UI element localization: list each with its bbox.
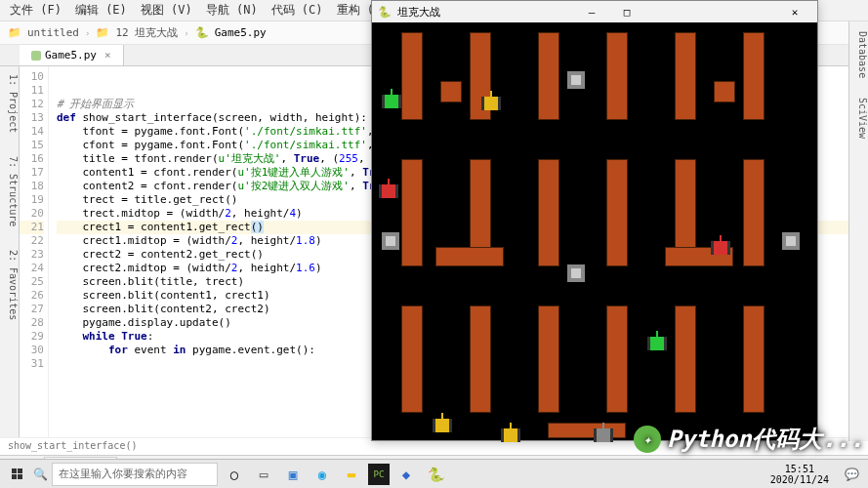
- svg-rect-11: [395, 184, 398, 198]
- svg-rect-13: [720, 235, 722, 243]
- close-button[interactable]: ✕: [778, 6, 811, 19]
- svg-rect-29: [441, 413, 443, 421]
- svg-rect-28: [434, 419, 450, 432]
- menu-nav[interactable]: 导航 (N): [200, 0, 264, 20]
- taskbar-search[interactable]: 在这里输入你要搜索的内容: [52, 463, 218, 486]
- game-titlebar[interactable]: 🐍 坦克大战 — □ ✕: [372, 1, 817, 22]
- svg-rect-12: [713, 241, 728, 255]
- game-title: 坦克大战: [397, 5, 440, 20]
- maximize-button[interactable]: □: [612, 6, 641, 19]
- python-icon[interactable]: 🐍: [423, 462, 448, 487]
- pygame-icon: 🐍: [378, 6, 392, 19]
- explorer-icon[interactable]: ▬: [339, 462, 364, 487]
- project-tool[interactable]: 1: Project: [0, 74, 19, 133]
- search-icon: 🔍: [33, 468, 48, 481]
- menu-code[interactable]: 代码 (C): [266, 0, 329, 20]
- close-icon[interactable]: ×: [104, 49, 111, 61]
- svg-rect-7: [498, 97, 501, 110]
- svg-rect-25: [602, 423, 604, 430]
- tab-game5[interactable]: Game5.py ×: [20, 45, 124, 65]
- clock-date: 2020/11/24: [770, 474, 829, 485]
- svg-rect-15: [727, 241, 730, 255]
- crumb-2[interactable]: 12 坦克大战: [115, 25, 178, 40]
- tab-label: Game5.py: [45, 49, 97, 61]
- python-file-icon: [31, 51, 41, 61]
- notification-icon[interactable]: 💬: [839, 462, 864, 487]
- svg-rect-5: [490, 91, 492, 99]
- svg-rect-4: [483, 97, 499, 110]
- svg-rect-0: [384, 95, 399, 108]
- edge-icon[interactable]: ◉: [310, 462, 335, 487]
- pycharm-icon[interactable]: PC: [368, 464, 390, 485]
- right-tool-rail: Database SciView: [848, 21, 868, 441]
- crumb-3[interactable]: Game5.py: [215, 26, 267, 39]
- svg-rect-19: [664, 337, 667, 350]
- svg-rect-21: [510, 423, 512, 430]
- taskview-icon[interactable]: ▭: [251, 462, 276, 487]
- svg-rect-24: [596, 428, 611, 442]
- database-tool[interactable]: Database: [849, 31, 868, 78]
- system-clock[interactable]: 15:51 2020/11/24: [765, 462, 835, 487]
- line-gutter: 1011121314151617181920212223242526272829…: [20, 66, 49, 437]
- svg-rect-23: [517, 428, 520, 442]
- structure-tool[interactable]: 7: Structure: [0, 156, 19, 226]
- svg-rect-9: [388, 179, 390, 186]
- svg-rect-18: [647, 337, 650, 350]
- cortana-icon[interactable]: ○: [222, 462, 247, 487]
- taskbar-app-icon[interactable]: ▣: [280, 462, 306, 487]
- svg-rect-1: [391, 89, 393, 97]
- watermark-text: Python代码大...: [667, 424, 864, 455]
- svg-rect-22: [501, 428, 504, 442]
- svg-rect-14: [711, 241, 714, 255]
- crumb-1[interactable]: untitled: [27, 26, 79, 39]
- svg-rect-6: [481, 97, 484, 110]
- svg-rect-10: [379, 184, 382, 198]
- wechat-icon: ✦: [634, 426, 661, 453]
- svg-rect-26: [594, 428, 597, 442]
- menu-file[interactable]: 文件 (F): [4, 0, 67, 20]
- game-window: 🐍 坦克大战 — □ ✕: [371, 0, 818, 441]
- svg-rect-2: [382, 95, 385, 108]
- svg-rect-17: [656, 331, 658, 339]
- clock-time: 15:51: [770, 464, 829, 474]
- svg-rect-30: [433, 419, 435, 432]
- python-file-icon: 🐍: [195, 26, 209, 39]
- sciview-tool[interactable]: SciView: [849, 98, 868, 139]
- watermark-overlay: ✦ Python代码大...: [634, 424, 864, 455]
- menu-edit[interactable]: 编辑 (E): [69, 0, 133, 20]
- minimize-button[interactable]: —: [577, 6, 606, 19]
- svg-rect-16: [649, 337, 665, 350]
- start-button[interactable]: [4, 462, 29, 487]
- svg-rect-3: [398, 95, 401, 108]
- game-canvas[interactable]: [372, 22, 817, 440]
- menu-view[interactable]: 视图 (V): [135, 0, 198, 20]
- svg-rect-27: [610, 428, 613, 442]
- svg-rect-20: [503, 428, 518, 442]
- folder-icon: 📁: [8, 26, 21, 39]
- taskbar-app-icon[interactable]: ◆: [393, 462, 419, 487]
- svg-rect-8: [381, 184, 396, 198]
- svg-rect-31: [449, 419, 452, 432]
- left-tool-rail: 1: Project 7: Structure 2: Favorites: [0, 66, 20, 437]
- favorites-tool[interactable]: 2: Favorites: [0, 250, 19, 320]
- windows-taskbar: 🔍 在这里输入你要搜索的内容 ○ ▭ ▣ ◉ ▬ PC ◆ 🐍 15:51 20…: [0, 459, 868, 488]
- folder-icon: 📁: [96, 26, 109, 39]
